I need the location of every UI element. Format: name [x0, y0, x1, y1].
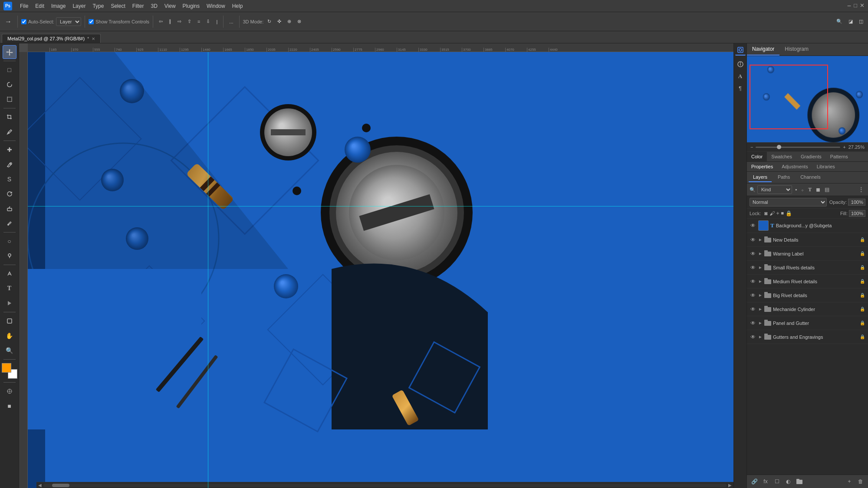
blur-tool[interactable]: ○: [3, 234, 16, 248]
menu-layer[interactable]: Layer: [69, 2, 89, 10]
menu-3d[interactable]: 3D: [147, 2, 161, 10]
layer-select[interactable]: Layer: [56, 17, 81, 26]
path-select-tool[interactable]: [3, 296, 16, 310]
layer-item-background[interactable]: 👁 T Background...y @Subgeta: [747, 219, 868, 233]
zoom-in-icon[interactable]: +: [843, 144, 845, 150]
minimize-btn[interactable]: −: [847, 2, 851, 10]
layer-vis-warning-label[interactable]: 👁: [750, 250, 756, 257]
layer-vis-background[interactable]: 👁: [750, 222, 756, 229]
layer-vis-small-rivets[interactable]: 👁: [750, 264, 756, 271]
lock-position-btn[interactable]: +: [776, 210, 779, 216]
menu-select[interactable]: Select: [107, 2, 128, 10]
lock-image-btn[interactable]: 🖌: [769, 210, 775, 216]
eraser-tool[interactable]: [3, 202, 16, 216]
zoom-tool[interactable]: 🔍: [3, 344, 16, 357]
move-tool[interactable]: [3, 45, 16, 59]
layer-expand-gutters-engravings[interactable]: ►: [758, 334, 763, 339]
scroll-right-btn[interactable]: ▶: [727, 483, 733, 488]
marquee-tool[interactable]: □: [3, 63, 16, 77]
add-group-btn[interactable]: [795, 477, 804, 486]
layer-vis-medium-rivet[interactable]: 👁: [750, 278, 756, 285]
maximize-btn[interactable]: □: [854, 2, 857, 10]
layer-item-gutters-engravings[interactable]: 👁 ► Gutters and Engravings 🔒: [747, 330, 868, 344]
navigator-viewport[interactable]: [750, 65, 828, 129]
add-adjustment-btn[interactable]: ◐: [783, 477, 793, 486]
doc-tab[interactable]: Metal29_col.psd @ 27.3% (RGB/8#) * ✕: [2, 34, 101, 43]
healing-tool[interactable]: ✚: [3, 143, 16, 157]
layer-item-medium-rivet[interactable]: 👁 ► Medium Rivet details 🔒: [747, 275, 868, 288]
crop-tool[interactable]: [3, 110, 16, 124]
layer-vis-big-rivet[interactable]: 👁: [750, 292, 756, 299]
layer-vis-gutters-engravings[interactable]: 👁: [750, 334, 756, 341]
align-left-btn[interactable]: ⇦: [157, 17, 165, 26]
navigator-icon[interactable]: [735, 45, 746, 56]
layer-vis-mech-cylinder[interactable]: 👁: [750, 306, 756, 313]
tab-libraries[interactable]: Libraries: [812, 162, 839, 171]
shape-filter-icon[interactable]: ◼: [815, 186, 822, 193]
layer-expand-big-rivet[interactable]: ►: [758, 293, 763, 298]
paragraph-icon[interactable]: ¶: [735, 83, 746, 94]
info-icon[interactable]: [735, 59, 746, 69]
align-center-h-btn[interactable]: ∥: [167, 17, 174, 26]
add-layer-btn[interactable]: +: [845, 477, 854, 486]
add-style-btn[interactable]: fx: [761, 477, 770, 486]
menu-edit[interactable]: Edit: [32, 2, 48, 10]
lasso-tool[interactable]: [3, 78, 16, 92]
fill-input[interactable]: 100%: [849, 210, 865, 217]
dodge-tool[interactable]: [3, 249, 16, 263]
kind-filter-select[interactable]: Kind: [757, 185, 792, 194]
align-top-btn[interactable]: ⇧: [185, 17, 194, 26]
color-swatches[interactable]: [2, 363, 17, 379]
scroll-thumb-h[interactable]: [52, 484, 69, 487]
auto-select-checkbox[interactable]: [21, 19, 26, 24]
tab-layers[interactable]: Layers: [749, 173, 772, 182]
zoom-out-icon[interactable]: −: [750, 144, 753, 150]
menu-type[interactable]: Type: [89, 2, 107, 10]
layer-item-new-details[interactable]: 👁 ► New Details 🔒: [747, 233, 868, 247]
pen-tool[interactable]: [3, 267, 16, 281]
paint-bucket-tool[interactable]: [3, 216, 16, 230]
layer-expand-warning-label[interactable]: ►: [758, 251, 763, 256]
tab-color[interactable]: Color: [747, 152, 767, 161]
scroll-left-btn[interactable]: ◀: [37, 483, 43, 488]
tab-adjustments[interactable]: Adjustments: [777, 162, 812, 171]
tab-paths[interactable]: Paths: [773, 173, 794, 182]
workspace-btn[interactable]: ◪: [846, 17, 855, 26]
menu-help[interactable]: Help: [229, 2, 247, 10]
lock-transparent-btn[interactable]: ◙: [764, 210, 767, 216]
tab-histogram[interactable]: Histogram: [779, 43, 814, 56]
object-select-tool[interactable]: [3, 92, 16, 106]
layer-vis-new-details[interactable]: 👁: [750, 236, 756, 243]
layer-vis-panel-gutter[interactable]: 👁: [750, 320, 756, 327]
screen-mode-btn[interactable]: ■: [3, 399, 16, 413]
layer-item-mech-cylinder[interactable]: 👁 ► Mechanide Cylinder 🔒: [747, 302, 868, 316]
layer-item-panel-gutter[interactable]: 👁 ► Panel and Gutter 🔒: [747, 316, 868, 330]
pixel-filter-icon[interactable]: ▪: [794, 186, 798, 193]
tab-channels[interactable]: Channels: [796, 173, 825, 182]
type-filter-icon[interactable]: T: [807, 186, 813, 193]
character-icon[interactable]: A: [735, 71, 746, 82]
menu-window[interactable]: Window: [203, 2, 229, 10]
layer-expand-new-details[interactable]: ►: [758, 237, 763, 242]
foreground-color[interactable]: [2, 363, 11, 373]
text-tool[interactable]: T: [3, 282, 16, 295]
horizontal-scrollbar[interactable]: ◀ ▶: [36, 482, 733, 488]
menu-file[interactable]: File: [16, 2, 32, 10]
distribute-btn[interactable]: |: [214, 18, 220, 26]
menu-filter[interactable]: Filter: [129, 2, 148, 10]
layer-expand-panel-gutter[interactable]: ►: [758, 321, 763, 325]
zoom-3d-btn[interactable]: ⊕: [285, 17, 293, 26]
add-mask-btn[interactable]: ☐: [772, 477, 782, 486]
zoom-slider[interactable]: [756, 147, 840, 148]
eyedropper-tool[interactable]: [3, 125, 16, 139]
tab-properties[interactable]: Properties: [747, 162, 777, 171]
tab-gradients[interactable]: Gradients: [796, 152, 826, 161]
tab-navigator[interactable]: Navigator: [747, 43, 779, 56]
lock-artboard-btn[interactable]: ■: [781, 210, 784, 216]
close-tab-btn[interactable]: ✕: [92, 36, 95, 41]
opacity-input[interactable]: 100%: [848, 199, 865, 206]
scroll-track-h[interactable]: [43, 484, 727, 487]
search-global-btn[interactable]: 🔍: [834, 17, 845, 26]
layer-expand-small-rivets[interactable]: ►: [758, 265, 763, 270]
blend-mode-select[interactable]: Normal: [750, 198, 827, 206]
